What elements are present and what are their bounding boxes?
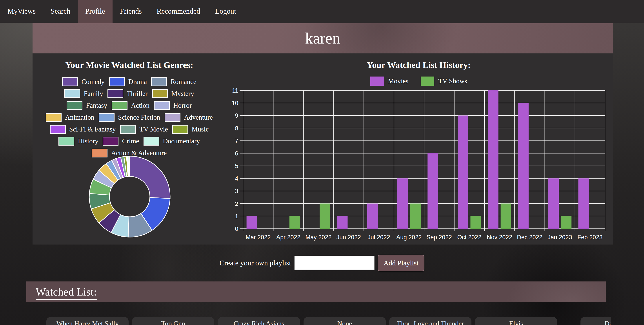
nav-item-friends[interactable]: Friends <box>112 0 149 23</box>
genre-legend-label: TV Movie <box>139 125 168 133</box>
movie-card[interactable]: Dash & Lily <box>580 317 611 325</box>
genre-legend-row: FantasyActionHorror <box>10 101 248 110</box>
nav-item-profile[interactable]: Profile <box>78 0 112 23</box>
x-axis-label: Oct 2022 <box>458 234 482 241</box>
x-axis-label: Jun 2022 <box>336 234 361 241</box>
genre-legend-row: HistoryCrimeDocumentary <box>10 137 248 146</box>
x-axis-label: Feb 2023 <box>578 234 602 241</box>
genre-legend-item[interactable]: Action <box>112 101 150 110</box>
genre-legend-label: Horror <box>173 102 192 110</box>
movie-card[interactable]: Crazy Rich Asians <box>218 317 300 325</box>
playlist-name-input[interactable] <box>294 256 374 270</box>
genre-legend-item[interactable]: Thriller <box>108 89 148 98</box>
genre-legend-item[interactable]: Mystery <box>152 89 194 98</box>
genre-legend-label: Music <box>192 125 209 133</box>
bar-movies-aug-2022 <box>398 178 408 229</box>
genre-legend-swatch <box>103 137 118 146</box>
bar-tv-shows-oct-2022 <box>470 216 481 229</box>
genre-legend-item[interactable]: Documentary <box>144 137 200 146</box>
genre-legend-row: Sci-Fi & FantasyTV MovieMusic <box>10 125 248 134</box>
y-axis-label: 3 <box>235 188 238 194</box>
tv-shows-legend-label: TV Shows <box>438 77 467 85</box>
genre-legend-swatch <box>144 137 159 146</box>
genre-legend-item[interactable]: Adventure <box>165 113 213 122</box>
genre-legend-swatch <box>64 89 80 98</box>
movie-card-title: Thor: Love and Thunder <box>389 320 472 325</box>
movies-legend-swatch <box>370 77 384 86</box>
movie-card[interactable]: Thor: Love and Thunder <box>389 317 472 325</box>
genre-legend-item[interactable]: Drama <box>109 77 147 86</box>
legend-item-tv-shows[interactable]: TV Shows <box>421 77 467 86</box>
genre-legend-label: Action <box>131 102 150 110</box>
genre-legend-item[interactable]: Animation <box>46 113 94 122</box>
movie-card-title: When Harry Met Sally <box>46 320 128 325</box>
genre-legend-label: Thriller <box>127 90 148 98</box>
genre-legend-item[interactable]: Romance <box>151 77 196 86</box>
x-axis-label: Aug 2022 <box>396 234 422 241</box>
x-axis-label: Nov 2022 <box>487 234 512 241</box>
genre-legend-label: Mystery <box>172 90 194 98</box>
genre-legend-row: FamilyThrillerMystery <box>10 89 248 98</box>
genre-legend-item[interactable]: Sci-Fi & Fantasy <box>50 125 116 134</box>
movie-card-title: Nope <box>304 320 386 325</box>
genre-legend-swatch <box>66 101 82 110</box>
y-axis-label: 2 <box>235 201 238 207</box>
genre-legend-swatch <box>62 77 78 86</box>
genre-legend-label: Comedy <box>82 78 104 86</box>
nav-item-recommended[interactable]: Recommended <box>149 0 208 23</box>
genre-legend-swatch <box>154 101 170 110</box>
y-axis-label: 9 <box>235 112 238 119</box>
bar-movies-sep-2022 <box>428 153 438 229</box>
genre-legend-item[interactable]: Family <box>64 89 103 98</box>
x-axis-label: Dec 2022 <box>517 234 542 241</box>
genre-legend-item[interactable]: Music <box>172 125 209 134</box>
movie-card-title: Dash & Lily <box>580 320 611 325</box>
genre-legend-item[interactable]: Crime <box>103 137 139 146</box>
genre-legend-label: Fantasy <box>86 102 107 110</box>
y-axis-label: 6 <box>235 150 238 157</box>
bar-tv-shows-aug-2022 <box>410 204 421 229</box>
legend-item-movies[interactable]: Movies <box>370 77 408 86</box>
genre-legend-swatch <box>151 77 167 86</box>
movie-card[interactable]: Top Gun <box>132 317 214 325</box>
movie-card[interactable]: Elvis <box>475 317 557 325</box>
genre-legend-item[interactable]: History <box>58 137 98 146</box>
donut-slice-action-adventure <box>129 156 130 176</box>
bar-tv-shows-nov-2022 <box>501 204 511 229</box>
genre-legend-item[interactable]: Horror <box>154 101 192 110</box>
x-axis-label: May 2022 <box>306 234 332 241</box>
add-playlist-button[interactable]: Add Playlist <box>378 255 424 271</box>
genre-legend-label: Adventure <box>184 114 213 121</box>
movie-card-title: Elvis <box>475 320 557 325</box>
nav-item-search[interactable]: Search <box>43 0 78 23</box>
genre-legend-swatch <box>46 113 62 122</box>
genre-legend-item[interactable]: TV Movie <box>120 125 168 134</box>
genre-legend-label: Science Fiction <box>118 114 160 121</box>
genre-legend-swatch <box>99 113 114 122</box>
genres-donut-chart <box>86 153 173 240</box>
genre-legend-row: ComedyDramaRomance <box>10 77 248 86</box>
genre-legend-item[interactable]: Science Fiction <box>99 113 160 122</box>
genre-legend-swatch <box>58 137 74 146</box>
nav-item-logout[interactable]: Logout <box>208 0 244 23</box>
movie-card[interactable]: Nope <box>304 317 386 325</box>
genre-legend-item[interactable]: Fantasy <box>66 101 107 110</box>
username-title: karen <box>305 29 340 48</box>
bar-movies-feb-2023 <box>578 178 589 229</box>
genre-legend-swatch <box>120 125 136 134</box>
bar-movies-jun-2022 <box>337 216 348 229</box>
bar-movies-dec-2022 <box>518 103 528 229</box>
bar-movies-mar-2022 <box>246 216 257 229</box>
genre-legend-item[interactable]: Comedy <box>62 77 104 86</box>
top-nav: MyViews Search Profile Friends Recommend… <box>0 0 644 23</box>
genre-legend-label: Drama <box>128 78 147 86</box>
x-axis-label: Apr 2022 <box>276 234 300 241</box>
nav-item-myviews[interactable]: MyViews <box>0 0 43 23</box>
history-section-title: Your Watched List History: <box>309 60 528 70</box>
create-playlist-label: Create your own playlist <box>220 259 291 267</box>
genre-legend-label: Documentary <box>163 137 200 145</box>
movie-card[interactable]: When Harry Met Sally <box>46 317 128 325</box>
genre-legend-swatch <box>172 125 188 134</box>
y-axis-label: 0 <box>235 226 238 232</box>
bar-movies-oct-2022 <box>458 115 468 229</box>
